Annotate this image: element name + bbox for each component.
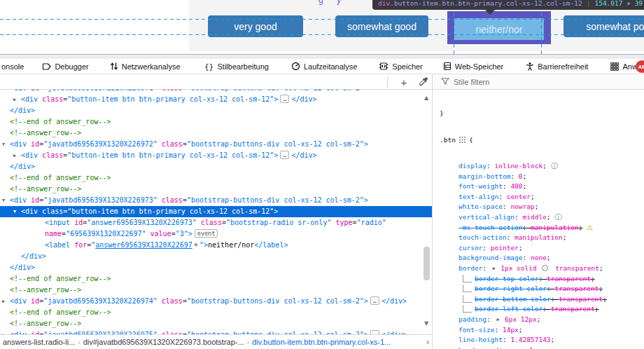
code-segment: <!--answer_row--> (10, 286, 81, 294)
markup-row-selected[interactable]: ▼<div class="button-item btn btn-primary… (0, 206, 432, 217)
css-declaration-display[interactable]: display: inline-block;ⓘ (440, 161, 644, 172)
rule-selector-line[interactable]: .btn{ (440, 134, 644, 146)
scroll-down-icon[interactable]: ▼ (422, 320, 430, 327)
markup-row[interactable]: <!--answer_row--> (0, 128, 432, 139)
markup-row[interactable]: ▼<div id="javatbd695639X1320X226973" cla… (0, 195, 432, 206)
code-segment: > (364, 297, 368, 305)
attribute-link[interactable]: answer695639X1320X22697 (95, 241, 192, 249)
color-swatch[interactable] (542, 265, 548, 271)
css-declaration-white-space[interactable]: white-space: nowrap; (440, 202, 644, 212)
expand-value-icon[interactable]: ▶ (497, 317, 503, 322)
markup-row[interactable]: <!--end of answer_row--> (0, 273, 432, 285)
markup-row[interactable]: </div> (0, 105, 432, 116)
css-declaration-border-right-color[interactable]: border-right-color: transparent; (440, 284, 644, 294)
expand-arrow-icon[interactable]: ▶ (13, 150, 16, 161)
markup-row[interactable]: <input id="answer695639X1320X226973" cla… (0, 217, 432, 228)
css-declaration-border-radius[interactable]: border-radius: ▶ 4px; (440, 345, 644, 349)
expand-value-icon[interactable]: ▶ (493, 266, 498, 271)
breadcrumb-item[interactable]: div.button-item.btn.btn-primary.col-xs-1… (249, 338, 393, 346)
css-declaration-border-bottom-color[interactable]: border-bottom-color: transparent; (440, 294, 644, 305)
collapsed-children-badge[interactable]: … (280, 95, 289, 103)
collapse-arrow-icon[interactable]: ▼ (2, 139, 5, 150)
tab-stilbearbeitung[interactable]: {}Stilbearbeitung (204, 62, 269, 71)
markup-row[interactable]: <!--answer_row--> (0, 285, 432, 296)
css-declaration-border[interactable]: border: ▶ 1px solid transparent; (440, 264, 644, 274)
eyedropper-icon[interactable] (418, 76, 429, 88)
markup-row[interactable]: <!--answer_row--> (0, 318, 432, 329)
css-declaration-font-weight[interactable]: font-weight: 400; (440, 182, 644, 192)
css-declaration-text-align[interactable]: text-align: center; (440, 192, 644, 203)
info-icon[interactable]: ⓘ (555, 212, 562, 223)
select-element-icon[interactable]: ⌖ (194, 240, 198, 249)
code-segment: <!--end of answer_row--> (10, 118, 111, 125)
tab-label: Web-Speicher (455, 62, 504, 71)
css-declaration-border-top-color[interactable]: border-top-color: transparent; (440, 274, 644, 285)
breadcrumb-item[interactable]: div#javatbd695639X1320X226973.bootstrap-… (80, 338, 247, 346)
markup-row[interactable]: ▶<div id="javatbd695639X1320X226974" cla… (0, 296, 432, 307)
css-declaration-line-height[interactable]: line-height: 1.42857143; (440, 335, 644, 345)
tab-netzwerkanalyse[interactable]: Netzwerkanalyse (110, 62, 181, 71)
tab-debugger[interactable]: Debugger (42, 62, 88, 71)
collapsed-children-badge[interactable]: … (280, 151, 289, 159)
markup-row[interactable]: ▶<div id="javatbd695639X1320X226975" cla… (0, 329, 432, 334)
breadcrumb-overflow-icon[interactable]: › (426, 337, 429, 347)
property-name: font-size (458, 326, 494, 334)
answer-button-highlighted[interactable]: neither/nor (454, 18, 544, 40)
adblock-addon-icon[interactable]: AB (636, 60, 644, 73)
collapse-arrow-icon[interactable]: ▼ (2, 195, 5, 206)
markup-row[interactable]: ▶<div class="button-item btn btn-primary… (0, 150, 432, 161)
markup-row[interactable]: <label for="answer695639X1320X22697⌖">ne… (0, 240, 432, 251)
rule-view: } .btn{ display: inline-block;ⓘmargin-bo… (433, 90, 644, 349)
add-node-button[interactable]: + (397, 74, 411, 90)
markup-row[interactable]: </div> (0, 161, 432, 172)
property-value: manipulation (514, 233, 563, 241)
markup-row[interactable]: </div> (0, 262, 432, 273)
css-declaration-ms-touch-action[interactable]: -ms-touch-action: manipulation;⚠ (440, 223, 644, 233)
splitter[interactable] (0, 54, 644, 59)
markup-row[interactable]: <!--end of answer_row--> (0, 307, 432, 318)
property-value: 400 (510, 182, 522, 190)
style-filter-bar[interactable]: Stile filtern (433, 74, 644, 90)
css-declaration-padding[interactable]: padding: ▶ 6px 12px; (440, 315, 644, 325)
tab-barrierefreiheit[interactable]: Barrierefreiheit (526, 62, 588, 71)
css-declaration-background-image[interactable]: background-image: none; (440, 253, 644, 264)
css-declaration-cursor[interactable]: cursor: pointer; (440, 243, 644, 254)
css-declaration-vertical-align[interactable]: vertical-align: middle;ⓘ (440, 212, 644, 223)
code-segment: > (364, 90, 368, 92)
property-name: line-height (458, 336, 503, 343)
expand-arrow-icon[interactable]: ▶ (2, 296, 5, 307)
tab-speicher[interactable]: Speicher (379, 62, 422, 71)
tab-web-speicher[interactable]: Web-Speicher (443, 62, 504, 71)
scroll-up-icon[interactable]: ▲ (422, 94, 430, 101)
markup-row[interactable]: <!--end of answer_row--> (0, 116, 432, 128)
breadcrumb-item[interactable]: answers-list.radio-li... (0, 338, 78, 346)
property-value: none (531, 254, 547, 261)
subproperty-branch (463, 275, 472, 282)
tab-laufzeitanalyse[interactable]: Laufzeitanalyse (291, 62, 357, 71)
code-segment: </div> (291, 151, 316, 159)
collapse-arrow-icon[interactable]: ▼ (13, 206, 16, 217)
markup-row[interactable]: ▶<div class="button-item btn btn-primary… (0, 94, 432, 105)
info-icon[interactable]: ⓘ (551, 161, 558, 172)
css-declaration-margin-bottom[interactable]: margin-bottom: 0; (440, 172, 644, 182)
markup-row[interactable]: <!--end of answer_row--> (0, 172, 432, 184)
markup-row[interactable]: </div> (0, 251, 432, 262)
tab-onsole[interactable]: onsole (1, 62, 24, 71)
node-dimensions-tooltip: div.button-item.btn.btn-primary.col-xs-1… (372, 0, 644, 10)
collapsed-children-badge[interactable]: … (370, 296, 379, 305)
css-declaration-font-size[interactable]: font-size: 14px; (440, 325, 644, 336)
markup-scrollbar[interactable] (424, 247, 430, 280)
markup-row[interactable]: name="695639X1320X22697" value="3">event (0, 228, 432, 240)
markup-row[interactable]: ▼<div id="javatbd695639X1320X226972" cla… (0, 139, 432, 150)
expand-arrow-icon[interactable]: ▶ (2, 329, 5, 334)
network-icon (110, 62, 118, 71)
css-declaration-touch-action[interactable]: touch-action: manipulation; (440, 233, 644, 243)
subproperty-branch (463, 295, 472, 303)
markup-row[interactable]: <!--answer_row--> (0, 184, 432, 195)
css-declaration-border-left-color[interactable]: border-left-color: transparent; (440, 304, 644, 315)
event-badge[interactable]: event (195, 229, 218, 238)
expand-arrow-icon[interactable]: ▶ (13, 94, 16, 105)
tab-label: Barrierefreiheit (538, 62, 588, 71)
code-segment: "button-item btn btn-primary col-xs-12 c… (67, 207, 274, 215)
code-segment: </label> (254, 241, 288, 249)
